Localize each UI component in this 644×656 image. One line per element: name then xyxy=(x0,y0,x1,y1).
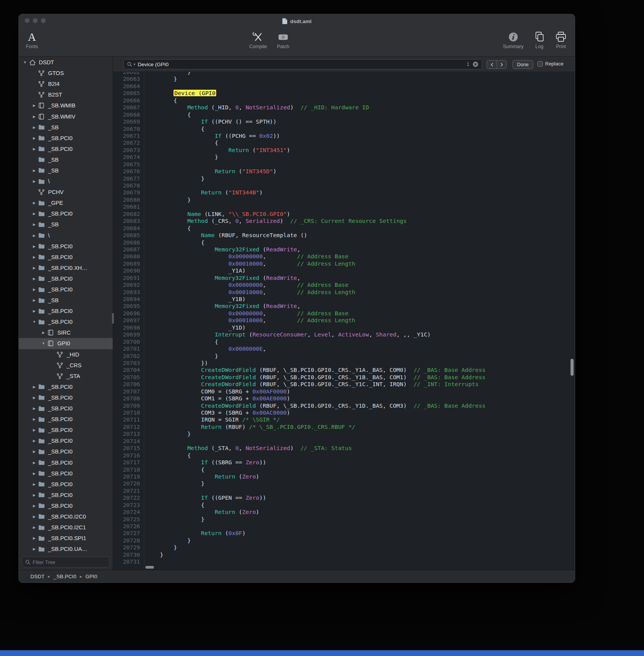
find-previous-button[interactable] xyxy=(487,60,497,69)
patch-button[interactable]: Patch xyxy=(277,30,289,49)
disclosure-right-icon[interactable]: ▶ xyxy=(30,277,38,281)
disclosure-right-icon[interactable]: ▶ xyxy=(30,298,38,302)
disclosure-right-icon[interactable]: ▶ xyxy=(30,417,38,421)
tree-item--sb-pci0-ua-[interactable]: ▶_SB.PCI0.UA… xyxy=(19,544,113,554)
tree-item--sb[interactable]: ▶_SB xyxy=(19,295,113,306)
tree-item--sb-wmib[interactable]: ▶_SB.WMIB xyxy=(19,100,113,111)
disclosure-right-icon[interactable]: ▶ xyxy=(30,407,38,410)
log-button[interactable]: Log xyxy=(534,30,545,49)
tree-item-gtos[interactable]: GTOS xyxy=(19,68,113,79)
disclosure-right-icon[interactable]: ▶ xyxy=(30,450,38,454)
tree-item-sirc[interactable]: ▶SIRC xyxy=(19,327,113,338)
disclosure-right-icon[interactable]: ▶ xyxy=(30,244,38,248)
tree-item-pchv[interactable]: PCHV xyxy=(19,187,113,197)
disclosure-right-icon[interactable]: ▶ xyxy=(30,536,38,540)
splitter-grip[interactable] xyxy=(112,313,114,324)
tree-item--[interactable]: ▶\ xyxy=(19,176,113,187)
filter-field[interactable] xyxy=(22,557,110,567)
tree-item--sb-pci0[interactable]: ▶_SB.PCI0 xyxy=(19,414,113,425)
titlebar[interactable]: dsdt.aml xyxy=(19,14,575,28)
tree-item--gpe[interactable]: ▶_GPE xyxy=(19,197,113,208)
tree-item-gpi0[interactable]: ▼GPI0 xyxy=(19,338,113,349)
disclosure-down-icon[interactable]: ▼ xyxy=(40,341,47,345)
clear-search-button[interactable] xyxy=(472,61,479,67)
tree-item--sb-pci0[interactable]: ▶_SB.PCI0 xyxy=(19,144,113,154)
tree-item--sb-pci0[interactable]: ▶_SB.PCI0 xyxy=(19,468,113,479)
disclosure-right-icon[interactable]: ▶ xyxy=(30,147,38,151)
tree-item--sb-pci0-spi1[interactable]: ▶_SB.PCI0.SPI1 xyxy=(19,533,113,544)
tree-item--sb-pci0[interactable]: ▶_SB.PCI0 xyxy=(19,479,113,490)
disclosure-right-icon[interactable]: ▶ xyxy=(30,504,38,508)
tree-item--sb-pci0-i2c0[interactable]: ▶_SB.PCI0.I2C0 xyxy=(19,511,113,522)
disclosure-right-icon[interactable]: ▶ xyxy=(30,515,38,519)
breadcrumb-item[interactable]: DSDT xyxy=(30,574,45,579)
tree-item-b2i4[interactable]: B2I4 xyxy=(19,79,113,89)
disclosure-right-icon[interactable]: ▶ xyxy=(30,115,38,119)
horizontal-scrollbar[interactable] xyxy=(145,566,154,569)
search-menu-icon[interactable] xyxy=(127,62,136,67)
disclosure-right-icon[interactable]: ▶ xyxy=(30,482,38,486)
tree-item--sb-pci0[interactable]: ▶_SB.PCI0 xyxy=(19,133,113,144)
find-next-button[interactable] xyxy=(497,60,507,69)
disclosure-down-icon[interactable]: ▼ xyxy=(21,60,29,64)
tree-item--sb-pci0[interactable]: ▶_SB.PCI0 xyxy=(19,241,113,252)
tree-item--sb-pci0[interactable]: ▶_SB.PCI0 xyxy=(19,252,113,263)
filter-input[interactable] xyxy=(33,559,106,565)
disclosure-right-icon[interactable]: ▶ xyxy=(30,385,38,389)
disclosure-right-icon[interactable]: ▶ xyxy=(30,309,38,313)
tree-item--sb-pci0-xh-[interactable]: ▶_SB.PCI0.XH… xyxy=(19,263,113,273)
tree-item-dsdt[interactable]: ▼DSDT xyxy=(19,57,113,68)
disclosure-right-icon[interactable]: ▶ xyxy=(30,288,38,291)
tree-item--sb-pci0[interactable]: ▶_SB.PCI0 xyxy=(19,273,113,284)
code-editor[interactable]: 20662 }20663 }2066420665 Device (GPI0206… xyxy=(113,72,575,570)
breadcrumb-item[interactable]: GPI0 xyxy=(85,574,97,579)
tree-item--sb-pci0[interactable]: ▶_SB.PCI0 xyxy=(19,382,113,392)
disclosure-right-icon[interactable]: ▶ xyxy=(30,255,38,259)
tree-item--hid[interactable]: _HID xyxy=(19,349,113,360)
tree-item--sb-wmiv[interactable]: ▶_SB.WMIV xyxy=(19,111,113,122)
find-field[interactable]: 1 xyxy=(123,59,482,69)
tree-item--sb[interactable]: ▶_SB xyxy=(19,122,113,133)
disclosure-right-icon[interactable]: ▶ xyxy=(30,179,38,183)
disclosure-right-icon[interactable]: ▶ xyxy=(30,201,38,205)
tree-item--sb-pci0-i2c1[interactable]: ▶_SB.PCI0.I2C1 xyxy=(19,522,113,533)
disclosure-right-icon[interactable]: ▶ xyxy=(30,126,38,129)
tree-item--sta[interactable]: _STA xyxy=(19,371,113,382)
disclosure-right-icon[interactable]: ▶ xyxy=(30,428,38,432)
tree-item--sb-pci0[interactable]: ▶_SB.PCI0 xyxy=(19,457,113,468)
disclosure-right-icon[interactable]: ▶ xyxy=(30,396,38,400)
tree-item--sb-pci0[interactable]: ▶_SB.PCI0 xyxy=(19,306,113,316)
disclosure-right-icon[interactable]: ▶ xyxy=(30,547,38,551)
tree-item--sb-pci0[interactable]: ▶_SB.PCI0 xyxy=(19,392,113,403)
document-proxy-icon[interactable] xyxy=(282,18,287,24)
tree-item--sb[interactable]: ▶_SB xyxy=(19,219,113,230)
tree-item--sb-pci0[interactable]: ▶_SB.PCI0 xyxy=(19,500,113,511)
tree-item--[interactable]: ▶\ xyxy=(19,230,113,241)
disclosure-down-icon[interactable]: ▼ xyxy=(30,320,38,324)
sidebar-splitter[interactable] xyxy=(113,57,113,570)
disclosure-right-icon[interactable]: ▶ xyxy=(30,525,38,529)
disclosure-right-icon[interactable]: ▶ xyxy=(30,104,38,107)
disclosure-right-icon[interactable]: ▶ xyxy=(30,223,38,226)
tree-item--sb-pci0[interactable]: ▶_SB.PCI0 xyxy=(19,284,113,295)
disclosure-right-icon[interactable]: ▶ xyxy=(30,472,38,475)
tree-item--sb-pci0[interactable]: ▶_SB.PCI0 xyxy=(19,446,113,457)
done-button[interactable]: Done xyxy=(512,60,533,69)
find-input[interactable] xyxy=(138,62,465,67)
replace-checkbox[interactable] xyxy=(537,61,543,67)
breadcrumb-item[interactable]: _SB.PCI0 xyxy=(53,574,76,579)
tree-item-b2st[interactable]: B2ST xyxy=(19,89,113,100)
print-button[interactable]: Print xyxy=(555,30,567,49)
tree-item--sb[interactable]: _SB xyxy=(19,154,113,165)
compile-button[interactable]: Compile xyxy=(249,30,267,49)
summary-button[interactable]: Summary xyxy=(503,30,523,49)
disclosure-right-icon[interactable]: ▶ xyxy=(30,169,38,172)
tree-item--sb-pci0[interactable]: ▶_SB.PCI0 xyxy=(19,208,113,219)
tree-item--sb-pci0[interactable]: ▶_SB.PCI0 xyxy=(19,425,113,435)
disclosure-right-icon[interactable]: ▶ xyxy=(40,331,47,335)
disclosure-right-icon[interactable]: ▶ xyxy=(30,461,38,465)
disclosure-right-icon[interactable]: ▶ xyxy=(30,493,38,497)
disclosure-right-icon[interactable]: ▶ xyxy=(30,212,38,216)
tree-item--crs[interactable]: _CRS xyxy=(19,360,113,371)
vertical-scrollbar[interactable] xyxy=(571,359,574,376)
